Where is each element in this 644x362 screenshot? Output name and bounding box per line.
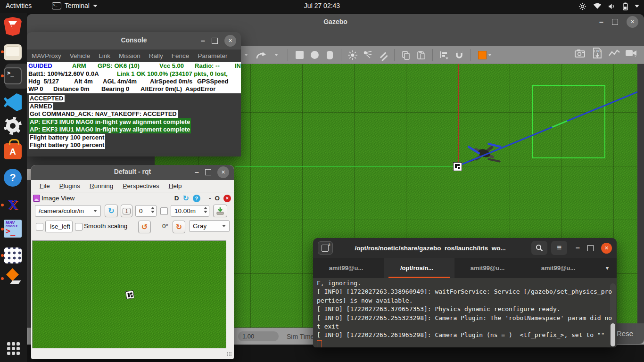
dock-item-settings[interactable] — [4, 117, 23, 136]
menu-link[interactable]: Link — [99, 52, 110, 59]
sphere-shape-icon[interactable] — [308, 49, 321, 61]
menu-fence[interactable]: Fence — [172, 52, 190, 59]
max-depth-spinbox[interactable]: 10.00m — [171, 205, 209, 217]
dock-item-files[interactable] — [4, 42, 23, 62]
terminal-tab-active[interactable]: /opt/ros/n... — [384, 258, 454, 278]
minimize-button[interactable]: – — [195, 168, 199, 177]
rotate-right-button[interactable]: ↻ — [173, 221, 185, 233]
system-status-area[interactable] — [578, 1, 639, 11]
dock-item-vscode[interactable] — [4, 93, 23, 113]
dock-item-mavproxy-console[interactable]: MAV CONSOLE >_ — [4, 220, 23, 239]
minimize-button[interactable]: – — [599, 18, 603, 26]
colormap-combo[interactable]: Gray — [189, 220, 230, 232]
close-button[interactable]: × — [224, 35, 236, 47]
publish-mouse-checkbox[interactable] — [36, 223, 43, 230]
paste-icon[interactable] — [415, 49, 427, 61]
terminal-tab[interactable]: amit99@u... — [525, 258, 596, 278]
undo-dropdown-icon[interactable] — [240, 49, 252, 61]
dock-item-help[interactable]: ? — [4, 169, 23, 188]
close-dock-icon[interactable]: × — [223, 195, 231, 202]
image-view-dock-header[interactable]: Image View D ↻ ? - O × — [31, 192, 234, 204]
rqt-titlebar[interactable]: Default - rqt – × — [31, 165, 234, 180]
minimize-button[interactable]: – — [576, 244, 580, 252]
directional-light-icon[interactable] — [377, 49, 389, 61]
cylinder-shape-icon[interactable] — [323, 49, 336, 61]
redo-icon[interactable] — [255, 49, 267, 61]
chevron-down-icon — [635, 5, 639, 8]
dock-button[interactable]: D — [174, 195, 179, 202]
menu-button[interactable]: ≡ — [551, 241, 567, 255]
dock-item-terminal[interactable]: >_ — [4, 66, 23, 86]
menu-perspectives[interactable]: Perspectives — [123, 182, 159, 189]
refresh-topics-button[interactable]: ↻ — [105, 205, 118, 217]
clock[interactable]: Jul 27 02:43 — [0, 2, 644, 9]
telemetry-panel: GUIDED ARM GPS: OK6 (10) Vcc 5.00 Radio:… — [27, 62, 241, 93]
topic-combo[interactable]: /camera/color/in — [35, 205, 101, 217]
minimize-button[interactable]: – — [201, 37, 205, 45]
mouse-topic-field[interactable] — [45, 221, 73, 232]
help-icon[interactable]: ? — [193, 195, 200, 202]
console-titlebar[interactable]: Console – × — [27, 32, 241, 49]
maximize-button[interactable] — [612, 19, 618, 25]
snap-magnet-icon[interactable] — [453, 49, 465, 61]
view-angle-dropdown-icon[interactable] — [487, 49, 492, 61]
terminal-line: F, ignoring. — [317, 279, 612, 288]
save-image-button[interactable] — [213, 205, 227, 217]
reload-plugin-icon[interactable]: ↻ — [183, 194, 189, 203]
video-record-icon[interactable] — [625, 47, 637, 59]
dynamic-range-checkbox[interactable] — [160, 207, 168, 215]
terminal-output[interactable]: F, ignoring. [ INFO] [1722027263.3389609… — [313, 278, 617, 347]
dock-item-gazebo[interactable] — [4, 269, 23, 288]
maximize-button[interactable] — [212, 38, 218, 44]
spot-light-icon[interactable] — [362, 49, 374, 61]
menu-mavproxy[interactable]: MAVProxy — [32, 52, 61, 59]
menu-vehicle[interactable]: Vehicle — [70, 52, 91, 59]
menu-parameter[interactable]: Parameter — [198, 52, 227, 59]
menu-mission[interactable]: Mission — [119, 52, 140, 59]
maximize-button[interactable] — [205, 169, 211, 175]
float-dock-icon[interactable]: O — [215, 195, 220, 202]
smooth-scaling-checkbox[interactable] — [75, 223, 83, 230]
minimize-dock-icon[interactable]: - — [209, 195, 211, 202]
terminal-tab[interactable]: amit99@u... — [454, 258, 525, 278]
menu-rally[interactable]: Rally — [149, 52, 163, 59]
tab-list-dropdown[interactable]: ▾ — [598, 258, 617, 278]
view-angle-icon[interactable] — [476, 49, 488, 61]
search-button[interactable] — [531, 241, 547, 255]
show-applications-button[interactable] — [4, 339, 23, 358]
terminal-scrollbar-thumb[interactable] — [611, 323, 615, 346]
new-tab-button[interactable]: + — [318, 241, 333, 255]
close-button[interactable]: × — [601, 243, 612, 254]
rotation-spinbox[interactable]: 0 — [135, 205, 157, 217]
camera-image-display[interactable] — [32, 240, 226, 348]
real-time-factor-field[interactable]: 1.00 — [238, 331, 279, 341]
screenshot-camera-icon[interactable] — [574, 47, 586, 59]
snapshot-button[interactable]: 1 — [121, 205, 132, 217]
menu-help[interactable]: Help — [169, 182, 182, 189]
dock-item-brave[interactable] — [4, 17, 23, 36]
point-light-icon[interactable] — [347, 49, 359, 61]
spin-down-icon — [204, 211, 207, 213]
redo-dropdown-icon[interactable] — [270, 49, 282, 61]
log-recorder-icon[interactable]: LOG — [591, 47, 603, 59]
close-button[interactable]: × — [627, 16, 638, 28]
spin-up-icon — [204, 207, 207, 209]
close-button[interactable]: × — [217, 166, 229, 178]
log-message: Flight battery 100 percent — [29, 141, 105, 149]
reset-button[interactable]: Rese — [612, 323, 644, 344]
terminal-titlebar[interactable]: + /opt/ros/noetic/share/gazebo_ros/launc… — [313, 238, 617, 258]
terminal-tab[interactable]: amit99@u... — [313, 258, 384, 278]
dock-item-xterm[interactable]: X — [4, 196, 23, 215]
box-shape-icon[interactable] — [293, 49, 305, 61]
menu-running[interactable]: Running — [90, 182, 113, 189]
maximize-button[interactable] — [587, 245, 594, 251]
resize-grip[interactable] — [226, 352, 232, 357]
menu-plugins[interactable]: Plugins — [59, 182, 80, 189]
menu-file[interactable]: File — [40, 182, 50, 189]
rotate-left-button[interactable]: ↺ — [138, 221, 151, 233]
align-icon[interactable] — [438, 49, 450, 61]
plot-icon[interactable] — [608, 47, 620, 59]
dock-item-ubuntu-software[interactable]: A — [4, 141, 23, 161]
dock-item-rqt[interactable] — [4, 246, 23, 265]
copy-icon[interactable] — [400, 49, 412, 61]
